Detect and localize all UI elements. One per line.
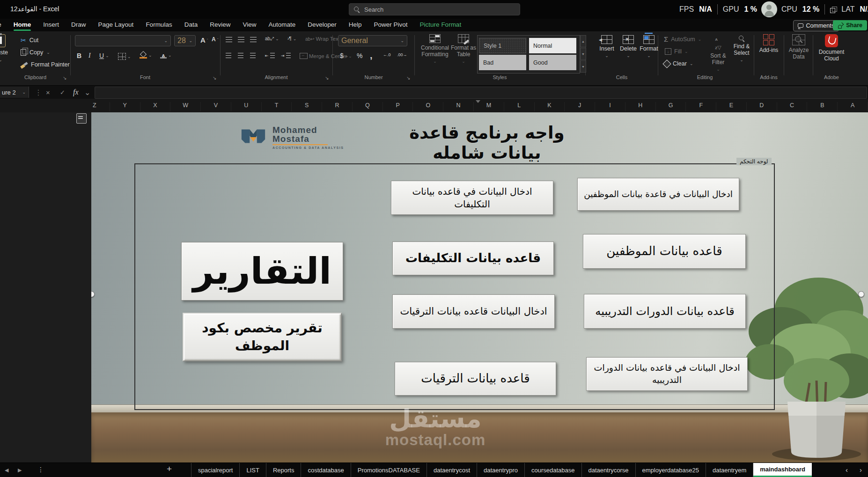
dashboard-button-col_mid-2[interactable]: قاعده بيانات التكليفات [392,242,554,275]
column-header-X[interactable]: X [140,102,171,111]
align-center-button[interactable] [238,53,243,58]
column-header-V[interactable]: V [201,102,231,111]
currency-button[interactable]: $⌄ [340,52,348,59]
dashboard-button-col_right-3[interactable]: قاعده بيانات الدورات التدريبيه [584,294,746,329]
fill-button[interactable]: ↓ Fill⌄ [665,48,688,55]
column-header-F[interactable]: F [686,102,716,111]
comments-button[interactable]: Comments [793,20,839,31]
dashboard-button-col_right-2[interactable]: قاعده بيانات الموظفين [583,234,746,269]
sheet-tab-dataentryem[interactable]: dataentryem [706,463,753,477]
ribbon-tab-draw[interactable]: Draw [65,19,92,31]
paste-button[interactable]: Paste ⌄ [0,34,15,73]
sheet-tab-employerdatabase25[interactable]: employerdatabase25 [636,463,706,477]
font-name-select[interactable]: ⌄ [75,35,171,46]
autosum-button[interactable]: Σ AutoSum⌄ [664,35,701,43]
sheet-tab-list[interactable]: LIST [240,463,266,477]
copy-button[interactable]: Copy ⌄ [21,49,50,56]
column-header-K[interactable]: K [535,102,565,111]
tab-scroll-right-icon[interactable]: › [860,466,862,474]
italic-button[interactable]: I [88,52,91,59]
column-header-M[interactable]: M [474,102,504,111]
gallery-down-icon[interactable]: ▼ [580,48,586,60]
new-sheet-button[interactable]: + [167,464,172,474]
column-header-P[interactable]: P [383,102,413,111]
ribbon-tab-file[interactable]: File [0,19,7,31]
decrease-indent-button[interactable]: ⇤ [265,53,275,58]
column-header-C[interactable]: C [777,102,808,111]
sheet-nav-left-icon[interactable]: ◀ [5,467,8,473]
percent-button[interactable]: % [357,52,362,59]
ribbon-tab-home[interactable]: Home [7,19,37,31]
sheet-tab-promotionsdatabase[interactable]: PromotionsDATABASE [351,463,427,477]
text-direction-button[interactable]: ›¶⌄ [287,36,296,41]
orientation-button[interactable]: ab⤢⌄ [265,36,279,42]
ribbon-tab-review[interactable]: Review [204,19,236,31]
column-header-U[interactable]: U [231,102,262,111]
column-header-D[interactable]: D [747,102,777,111]
decrease-decimal-button[interactable]: .00→ [397,53,407,57]
find-select-button[interactable]: Find & Select⌄ [730,34,753,62]
font-size-select[interactable]: 28 ⌄ [174,35,196,46]
ribbon-tab-insert[interactable]: Insert [37,19,65,31]
clear-button[interactable]: Clear⌄ [664,60,693,67]
sheet-nav-right-icon[interactable]: ▶ [18,467,22,473]
ribbon-tab-picture-format[interactable]: Picture Format [414,19,468,31]
column-header-N[interactable]: N [443,102,474,111]
borders-button[interactable]: ⌄ [118,53,131,60]
font-dialog-launcher[interactable]: ↘ [213,75,216,81]
clipboard-dialog-launcher[interactable]: ↘ [63,75,66,81]
column-header-R[interactable]: R [322,102,353,111]
sheet-tab-maindashboard[interactable]: maindashboard [753,463,812,477]
sheet-tab-dataentrycorse[interactable]: dataentrycorse [582,463,636,477]
cell-style-normal[interactable]: Normal [529,38,576,53]
insert-cells-button[interactable]: ◀Insert⌄ [596,35,618,58]
number-format-select[interactable]: General ⌄ [338,35,407,46]
column-header-Z[interactable]: Z [80,102,110,111]
fx-icon[interactable]: fx [73,86,79,99]
ribbon-tab-view[interactable]: View [236,19,262,31]
increase-decimal-button[interactable]: ←.0 [383,53,391,57]
column-header-O[interactable]: O [413,102,443,111]
column-header-L[interactable]: L [504,102,535,111]
dashboard-button-col_mid-4[interactable]: قاعده بيانات الترقيات [395,362,556,396]
sheet-tab-reports[interactable]: Reports [266,463,302,477]
number-dialog-launcher[interactable]: ↘ [406,75,410,81]
analyze-data-button[interactable]: Analyze Data [786,34,812,60]
sort-filter-button[interactable]: AZ▽ Sort & Filter⌄ [707,34,729,72]
align-top-button[interactable] [226,37,232,42]
sheet-tab-costdatabase[interactable]: costdatabase [301,463,351,477]
sheet-tab-dataentrypro[interactable]: dataentrypro [477,463,525,477]
column-header-S[interactable]: S [292,102,322,111]
sheet-tab-dataentrycost[interactable]: dataentrycost [427,463,477,477]
align-bottom-button[interactable] [250,37,257,42]
dashboard-button-col_mid-1[interactable]: ادخال البيانات في قاعده بيانات التكليفات [391,181,553,215]
gallery-more-icon[interactable]: ▼ [580,60,586,73]
share-button[interactable]: Share [833,20,867,30]
column-header-B[interactable]: B [807,102,838,111]
format-painter-button[interactable]: Format Painter [21,61,70,68]
tab-scroll-left-icon[interactable]: ‹ [846,466,848,474]
align-left-button[interactable] [226,53,231,58]
conditional-formatting-button[interactable]: Conditional Formatting⌄ [419,34,450,64]
column-header-Y[interactable]: Y [110,102,140,111]
ribbon-tab-formulas[interactable]: Formulas [140,19,178,31]
comma-button[interactable]: , [370,50,373,61]
dashboard-picture[interactable]: Mohamed Mostafa ACCOUNTING & DATA ANALYS… [91,112,868,462]
dashboard-button-col_right-1[interactable]: ادخال البيانات في قاعدة بيانات الموظفين [577,178,739,211]
search-box[interactable]: Search [349,3,520,15]
user-avatar-icon[interactable] [761,1,777,17]
ribbon-tab-developer[interactable]: Developer [302,19,343,31]
ribbon-tab-automate[interactable]: Automate [262,19,302,31]
enter-icon[interactable]: ✓ [60,86,65,99]
increase-indent-button[interactable]: ⇥ [281,53,291,58]
document-cloud-button[interactable]: Document Cloud [816,34,847,62]
selection-handle-left[interactable] [91,291,95,297]
delete-cells-button[interactable]: ×Delete⌄ [617,35,640,58]
column-header-A[interactable]: A [838,102,868,111]
column-header-E[interactable]: E [716,102,747,111]
underline-button[interactable]: U⌄ [99,52,109,59]
ribbon-tab-page-layout[interactable]: Page Layout [92,19,140,31]
column-header-W[interactable]: W [170,102,201,111]
cell-styles-gallery[interactable]: Style 1NormalBadGood [477,35,580,73]
format-as-table-button[interactable]: Format as Table⌄ [450,34,477,64]
